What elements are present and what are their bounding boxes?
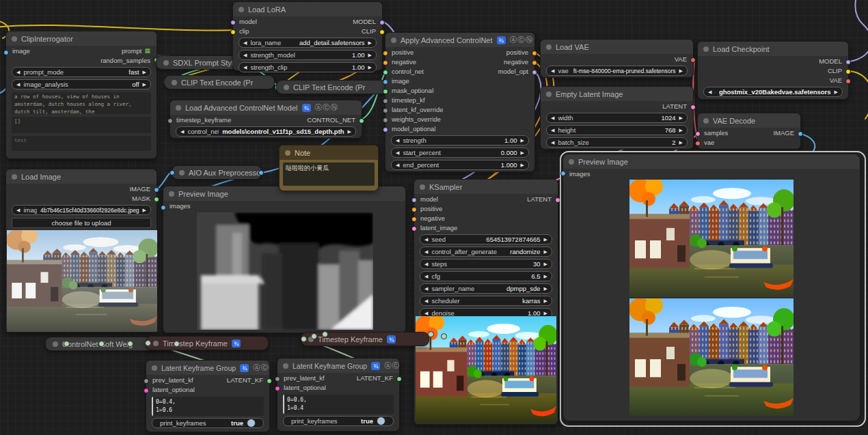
node-apply-advanced-controlnet[interactable]: Apply Advanced ControlNet ¾ ⒶⒸⓃ positive… xyxy=(385,32,535,172)
list-textarea[interactable]: [] xyxy=(12,117,151,133)
node-title-bar[interactable]: Load Checkpoint xyxy=(698,42,848,56)
node-clip-text-encode-2[interactable]: CLIP Text Encode (Pr xyxy=(276,80,387,94)
output-dot-latent-kf[interactable] xyxy=(396,376,402,382)
output-dot-model-opt[interactable] xyxy=(532,70,537,75)
link-dot[interactable] xyxy=(127,341,133,347)
input-dot-prev-latent-kf[interactable] xyxy=(144,378,149,384)
link-dot[interactable] xyxy=(428,331,434,337)
input-dot-latent-optional[interactable] xyxy=(144,388,149,393)
input-dot-image[interactable] xyxy=(3,50,9,55)
note-textarea[interactable]: 哒啦啦的小黄瓜 xyxy=(283,163,375,186)
collapse-dot-icon[interactable] xyxy=(546,44,552,50)
node-title-bar[interactable]: Latent Keyframe Group ¾ ⒶⒸⓃ xyxy=(277,359,399,373)
widget-scheduler[interactable]: scheduler karras xyxy=(420,296,552,306)
node-empty-latent-image[interactable]: Empty Latent Image LATENT width 1024 hei… xyxy=(540,86,694,150)
link-dot[interactable] xyxy=(145,340,151,346)
output-dot-latent-kf[interactable] xyxy=(267,378,272,384)
text-textarea[interactable]: text xyxy=(12,136,151,151)
node-timestep-keyframe-2[interactable]: Timestep Keyframe ¾ xyxy=(301,332,429,346)
toggle-circle-icon[interactable] xyxy=(377,417,385,425)
collapse-dot-icon[interactable] xyxy=(283,363,288,369)
input-dot-latent-optional[interactable] xyxy=(275,386,280,391)
collapse-dot-icon[interactable] xyxy=(179,170,185,176)
node-latent-keyframe-group-2[interactable]: Latent Keyframe Group ¾ ⒶⒸⓃ prev_latent_… xyxy=(277,358,400,432)
widget-control-after-generate[interactable]: control_after_generate randomize xyxy=(420,247,552,257)
node-sdxl-prompt-styler[interactable]: SDXL Prompt Styler xyxy=(156,55,241,70)
input-dot-prev-latent-kf[interactable] xyxy=(275,376,280,382)
prompt-textarea[interactable]: a row of houses, view of houses in amste… xyxy=(12,92,151,114)
node-title-bar[interactable]: Load LoRA xyxy=(233,2,382,16)
widget-print-keyframes[interactable]: print_keyframes true xyxy=(152,418,264,428)
node-aio-aux-preprocessor[interactable]: AIO Aux Preprocessor xyxy=(172,165,262,180)
node-title-bar[interactable]: Empty Latent Image xyxy=(541,87,693,101)
node-preview-image-depth[interactable]: Preview Image images xyxy=(163,186,406,333)
widget-batch-size[interactable]: batch_size 2 xyxy=(546,137,688,148)
widget-cfg[interactable]: cfg 6.5 xyxy=(420,271,552,281)
input-dot-image[interactable] xyxy=(383,79,388,85)
widget-steps[interactable]: steps 30 xyxy=(420,259,552,269)
node-latent-keyframe-group-1[interactable]: Latent Keyframe Group ¾ ⒶⒸⓃ prev_latent_… xyxy=(146,360,270,432)
input-dot-timestep-kf[interactable] xyxy=(383,98,388,104)
choose-file-button[interactable]: choose file to upload xyxy=(12,218,151,228)
link-dot[interactable] xyxy=(174,341,180,347)
widget-strength-model[interactable]: strength_model 1.00 xyxy=(239,50,377,60)
output-dot-clip[interactable] xyxy=(845,69,851,74)
input-dot-negative[interactable] xyxy=(383,60,388,66)
node-load-vae[interactable]: Load VAE VAE vae ft-mse-840000-ema-prune… xyxy=(540,39,694,78)
keyframes-textarea[interactable]: 0=0.4, 1=0.6 xyxy=(152,397,264,416)
widget-strength[interactable]: strength 1.00 xyxy=(391,135,529,145)
output-dot-image[interactable] xyxy=(258,170,264,176)
output-dot-latent[interactable] xyxy=(690,104,696,110)
widget-vae-name[interactable]: vae ft-mse-840000-ema-pruned.safetensors xyxy=(546,66,688,76)
comfyui-graph-canvas[interactable]: ClipInterrogator image prompt ▦ random_s… xyxy=(0,0,868,435)
node-load-advanced-controlnet-model[interactable]: Load Advanced ControlNet Model ¾ ⒶⒸⓃ tim… xyxy=(169,100,362,139)
output-dot-control-net[interactable] xyxy=(359,118,364,124)
input-dot-latent-kf-override[interactable] xyxy=(383,108,388,113)
output-dot-image[interactable] xyxy=(154,187,159,193)
output-dot-clip[interactable] xyxy=(379,29,385,35)
collapse-dot-icon[interactable] xyxy=(285,150,290,156)
widget-strength-clip[interactable]: strength_clip 1.00 xyxy=(239,62,377,72)
output-dot-model[interactable] xyxy=(845,59,851,65)
link-dot[interactable] xyxy=(98,341,105,347)
input-dot-vae[interactable] xyxy=(695,141,701,146)
node-title-bar[interactable]: Note xyxy=(280,145,378,160)
collapse-dot-icon[interactable] xyxy=(12,36,17,42)
collapse-dot-icon[interactable] xyxy=(391,38,396,43)
input-dot-image[interactable] xyxy=(169,170,175,176)
widget-lora-name[interactable]: lora_name add_detail.safetensors xyxy=(239,38,377,48)
widget-seed[interactable]: seed 654513972874665 xyxy=(420,234,552,244)
node-clip-interrogator[interactable]: ClipInterrogator image prompt ▦ random_s… xyxy=(5,31,157,159)
input-dot-clip[interactable] xyxy=(230,29,236,35)
widget-ckpt-name[interactable]: ckpt_n ghostmix_v20Bakedvae.safetensors xyxy=(703,87,843,97)
input-dot-latent-image[interactable] xyxy=(411,226,417,231)
collapse-dot-icon[interactable] xyxy=(12,174,17,180)
input-dot-images[interactable] xyxy=(560,171,566,176)
node-title-bar[interactable]: Preview Image xyxy=(563,154,860,169)
node-title-bar[interactable]: Apply Advanced ControlNet ¾ ⒶⒸⓃ xyxy=(385,33,534,47)
widget-print-keyframes[interactable]: print_keyframes true xyxy=(283,416,394,426)
link-dot[interactable] xyxy=(322,331,328,337)
widget-height[interactable]: height 768 xyxy=(546,125,688,135)
node-note[interactable]: Note 哒啦啦的小黄瓜 xyxy=(279,145,379,191)
output-dot-negative[interactable] xyxy=(532,60,537,66)
collapse-dot-icon[interactable] xyxy=(546,92,552,97)
input-dot-timestep-keyframe[interactable] xyxy=(167,118,173,124)
widget-start-percent[interactable]: start_percent 0.000 xyxy=(391,148,529,158)
output-dot-model[interactable] xyxy=(379,20,385,25)
node-title-bar[interactable]: Load Advanced ControlNet Model ¾ ⒶⒸⓃ xyxy=(170,100,362,115)
collapse-dot-icon[interactable] xyxy=(176,105,181,111)
node-vae-decode[interactable]: VAE Decode samples IMAGE vae xyxy=(697,113,801,150)
input-dot-negative[interactable] xyxy=(411,216,417,222)
input-dot-images[interactable] xyxy=(161,205,166,210)
link-dot[interactable] xyxy=(441,333,447,339)
keyframes-textarea[interactable]: 0=0.6, 1=0.4 xyxy=(283,395,394,414)
collapse-dot-icon[interactable] xyxy=(703,46,709,52)
collapse-dot-icon[interactable] xyxy=(172,80,177,85)
input-dot-positive[interactable] xyxy=(411,207,417,212)
toggle-circle-icon[interactable] xyxy=(247,419,256,427)
node-clip-text-encode-1[interactable]: CLIP Text Encode (Pr xyxy=(164,75,275,89)
node-preview-image-result[interactable]: Preview Image images xyxy=(562,154,860,421)
node-title-bar[interactable]: Load VAE xyxy=(541,40,693,54)
collapse-dot-icon[interactable] xyxy=(53,341,58,347)
